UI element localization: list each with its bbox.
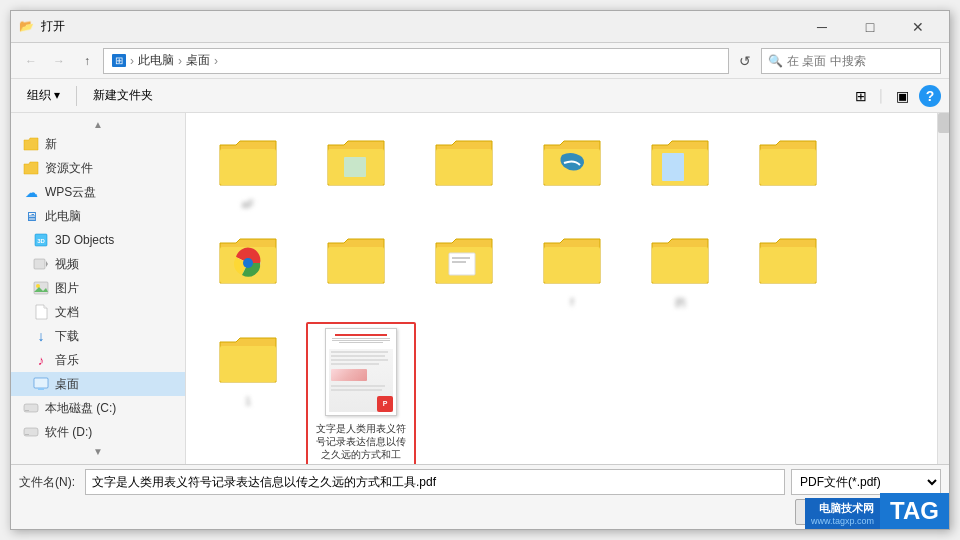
svg-rect-4: [34, 282, 48, 294]
sidebar-item-wps[interactable]: ☁ WPS云盘: [11, 180, 185, 204]
folder-icon-13: [216, 326, 280, 390]
svg-rect-29: [544, 247, 600, 283]
file-item-folder5[interactable]: [630, 125, 730, 215]
sidebar-item-pictures[interactable]: 图片: [11, 276, 185, 300]
address-path[interactable]: ⊞ › 此电脑 › 桌面 ›: [103, 48, 729, 74]
pdf-icon-1: P: [325, 328, 397, 416]
help-button[interactable]: ?: [919, 85, 941, 107]
svg-rect-27: [452, 257, 470, 259]
picture-icon: [33, 280, 49, 296]
path-desktop: 桌面: [186, 52, 210, 69]
sidebar-item-documents[interactable]: 文档: [11, 300, 185, 324]
sidebar-item-label: 本地磁盘 (C:): [45, 400, 116, 417]
sidebar-item-label: WPS云盘: [45, 184, 96, 201]
sidebar-item-label: 此电脑: [45, 208, 81, 225]
svg-rect-13: [220, 149, 276, 185]
scrollbar-thumb[interactable]: [938, 113, 949, 133]
filename-input[interactable]: [85, 469, 785, 495]
sidebar-item-3dobjects[interactable]: 3D 3D Objects: [11, 228, 185, 252]
minimize-button[interactable]: ─: [799, 11, 845, 43]
toolbar-separator: [76, 86, 77, 106]
file-name-7: [243, 295, 254, 309]
file-name-pdf1: 文字是人类用表义符号记录表达信息以传之久远的方式和工具....: [312, 422, 410, 462]
file-item-folder2[interactable]: [306, 125, 406, 215]
file-item-folder11[interactable]: 的: [630, 223, 730, 313]
file-item-folder6[interactable]: [738, 125, 838, 215]
file-item-folder10[interactable]: f: [522, 223, 622, 313]
cloud-icon: ☁: [23, 184, 39, 200]
organize-button[interactable]: 组织 ▾: [19, 84, 68, 107]
scrollbar[interactable]: [937, 113, 949, 464]
file-item-folder9[interactable]: [414, 223, 514, 313]
folder-icon-10: [540, 227, 604, 291]
file-item-folder8[interactable]: [306, 223, 406, 313]
folder-icon-6: [756, 129, 820, 193]
sidebar: ▲ 新 资源文件 ☁ W: [11, 113, 186, 464]
filename-label: 文件名(N):: [19, 474, 79, 491]
file-item-pdf1[interactable]: P 文字是人类用表义符号记录表达信息以传之久远的方式和工具....: [306, 322, 416, 464]
svg-rect-24: [328, 247, 384, 283]
svg-rect-20: [760, 149, 816, 185]
sidebar-item-thispc[interactable]: 🖥 此电脑: [11, 204, 185, 228]
address-bar: ← → ↑ ⊞ › 此电脑 › 桌面 › ↺ 🔍: [11, 43, 949, 79]
file-item-folder12[interactable]: [738, 223, 838, 313]
sidebar-item-music[interactable]: ♪ 音乐: [11, 348, 185, 372]
sidebar-item-label: 文档: [55, 304, 79, 321]
folder-icon-3: [432, 129, 496, 193]
file-item-folder13[interactable]: 1: [198, 322, 298, 464]
sidebar-item-resource[interactable]: 资源文件: [11, 156, 185, 180]
sidebar-item-software-disk[interactable]: 软件 (D:): [11, 420, 185, 444]
cancel-button[interactable]: 取消: [881, 499, 941, 525]
svg-rect-26: [449, 253, 475, 275]
folder-icon: [23, 160, 39, 176]
new-folder-button[interactable]: 新建文件夹: [85, 84, 161, 107]
folder-icon: [23, 136, 39, 152]
sidebar-item-label: 资源文件: [45, 160, 93, 177]
path-this-pc: 此电脑: [138, 52, 174, 69]
file-name-9: [459, 295, 470, 309]
forward-button[interactable]: →: [47, 49, 71, 73]
view-toggle-button[interactable]: ⊞: [848, 83, 874, 109]
file-name-2: [351, 197, 362, 211]
sidebar-item-label: 图片: [55, 280, 79, 297]
sidebar-item-downloads[interactable]: ↓ 下载: [11, 324, 185, 348]
file-area[interactable]: aF: [186, 113, 949, 464]
pane-button[interactable]: ▣: [889, 83, 915, 109]
search-box[interactable]: 🔍: [761, 48, 941, 74]
close-button[interactable]: ✕: [895, 11, 941, 43]
svg-rect-10: [25, 410, 29, 411]
disk-icon: [23, 400, 39, 416]
svg-rect-19: [662, 153, 684, 181]
computer-icon: 🖥: [23, 208, 39, 224]
svg-text:3D: 3D: [37, 238, 45, 244]
open-button[interactable]: 打开(O): [795, 499, 875, 525]
sidebar-item-desktop[interactable]: 桌面: [11, 372, 185, 396]
svg-point-23: [243, 258, 253, 268]
back-button[interactable]: ←: [19, 49, 43, 73]
maximize-button[interactable]: □: [847, 11, 893, 43]
toolbar: 组织 ▾ 新建文件夹 ⊞ │ ▣ ?: [11, 79, 949, 113]
title-bar: 📂 打开 ─ □ ✕: [11, 11, 949, 43]
file-item-folder1[interactable]: aF: [198, 125, 298, 215]
file-item-folder3[interactable]: [414, 125, 514, 215]
up-button[interactable]: ↑: [75, 49, 99, 73]
refresh-button[interactable]: ↺: [733, 49, 757, 73]
filetype-select[interactable]: PDF文件(*.pdf) 所有文件(*.*): [791, 469, 941, 495]
desktop-icon: [33, 376, 49, 392]
file-name-1: aF: [242, 197, 255, 211]
svg-rect-7: [34, 378, 48, 388]
file-name-4: [567, 197, 578, 211]
file-item-folder7[interactable]: [198, 223, 298, 313]
sidebar-item-xin[interactable]: 新: [11, 132, 185, 156]
title-bar-text: 打开: [41, 18, 799, 35]
folder-icon-11: [648, 227, 712, 291]
filename-row: 文件名(N): PDF文件(*.pdf) 所有文件(*.*): [19, 469, 941, 495]
sidebar-item-local-disk[interactable]: 本地磁盘 (C:): [11, 396, 185, 420]
search-input[interactable]: [787, 54, 937, 68]
sidebar-item-label: 软件 (D:): [45, 424, 92, 441]
sidebar-scroll-down: ▼: [11, 444, 185, 459]
sidebar-scroll-up: ▲: [11, 117, 185, 132]
svg-rect-2: [34, 259, 45, 269]
sidebar-item-videos[interactable]: 视频: [11, 252, 185, 276]
file-item-folder4[interactable]: [522, 125, 622, 215]
